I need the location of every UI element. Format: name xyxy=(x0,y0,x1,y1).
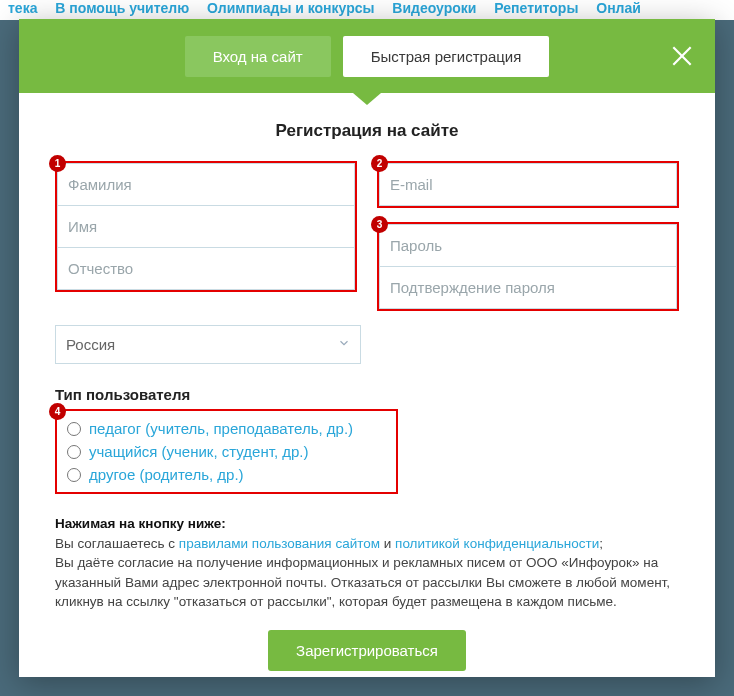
close-icon[interactable] xyxy=(669,43,695,69)
radio-teacher[interactable] xyxy=(67,422,81,436)
password-fields-group: 3 xyxy=(377,222,679,311)
country-select-wrap[interactable]: Россия xyxy=(55,325,361,364)
patronymic-input[interactable] xyxy=(57,248,355,290)
annotation-badge-3: 3 xyxy=(371,216,388,233)
password-input[interactable] xyxy=(379,224,677,267)
terms-text: Вы соглашаетесь с xyxy=(55,536,179,551)
name-fields-group: 1 xyxy=(55,161,357,292)
terms-link-privacy[interactable]: политикой конфиденциальности xyxy=(395,536,599,551)
user-type-label: Тип пользователя xyxy=(55,386,679,403)
submit-wrap: Зарегистрироваться xyxy=(55,630,679,671)
user-type-option-teacher[interactable]: педагог (учитель, преподаватель, др.) xyxy=(67,417,386,440)
country-select[interactable]: Россия xyxy=(55,325,361,364)
radio-label: учащийся (ученик, студент, др.) xyxy=(89,443,308,460)
nav-item[interactable]: Видеоуроки xyxy=(392,0,476,16)
nav-item[interactable]: Репетиторы xyxy=(494,0,578,16)
tab-login[interactable]: Вход на сайт xyxy=(185,36,331,77)
terms-link-rules[interactable]: правилами пользования сайтом xyxy=(179,536,380,551)
nav-item[interactable]: тека xyxy=(8,0,37,16)
registration-modal: Вход на сайт Быстрая регистрация Регистр… xyxy=(19,19,715,677)
terms-text: ; xyxy=(599,536,603,551)
email-input[interactable] xyxy=(379,163,677,206)
password-confirm-input[interactable] xyxy=(379,267,677,309)
email-field-group: 2 xyxy=(377,161,679,208)
nav-item[interactable]: Онлай xyxy=(596,0,641,16)
annotation-badge-4: 4 xyxy=(49,403,66,420)
radio-student[interactable] xyxy=(67,445,81,459)
terms-heading: Нажимая на кнопку ниже: xyxy=(55,516,226,531)
modal-body: Регистрация на сайте 1 2 3 xyxy=(19,93,715,677)
radio-label: другое (родитель, др.) xyxy=(89,466,244,483)
modal-header: Вход на сайт Быстрая регистрация xyxy=(19,19,715,93)
submit-button[interactable]: Зарегистрироваться xyxy=(268,630,466,671)
tab-register[interactable]: Быстрая регистрация xyxy=(343,36,550,77)
radio-label: педагог (учитель, преподаватель, др.) xyxy=(89,420,353,437)
annotation-badge-2: 2 xyxy=(371,155,388,172)
terms-text: Вы даёте согласие на получение информаци… xyxy=(55,555,670,609)
terms-text: и xyxy=(380,536,395,551)
form-columns: 1 2 3 xyxy=(55,161,679,311)
nav-background: тека В помощь учителю Олимпиады и конкур… xyxy=(0,0,734,20)
lastname-input[interactable] xyxy=(57,163,355,206)
form-title: Регистрация на сайте xyxy=(55,121,679,141)
nav-item[interactable]: В помощь учителю xyxy=(55,0,189,16)
user-type-option-other[interactable]: другое (родитель, др.) xyxy=(67,463,386,486)
firstname-input[interactable] xyxy=(57,206,355,248)
annotation-badge-1: 1 xyxy=(49,155,66,172)
terms-block: Нажимая на кнопку ниже: Вы соглашаетесь … xyxy=(55,514,679,612)
radio-other[interactable] xyxy=(67,468,81,482)
user-type-option-student[interactable]: учащийся (ученик, студент, др.) xyxy=(67,440,386,463)
user-type-group: 4 педагог (учитель, преподаватель, др.) … xyxy=(55,409,398,494)
nav-item[interactable]: Олимпиады и конкурсы xyxy=(207,0,374,16)
